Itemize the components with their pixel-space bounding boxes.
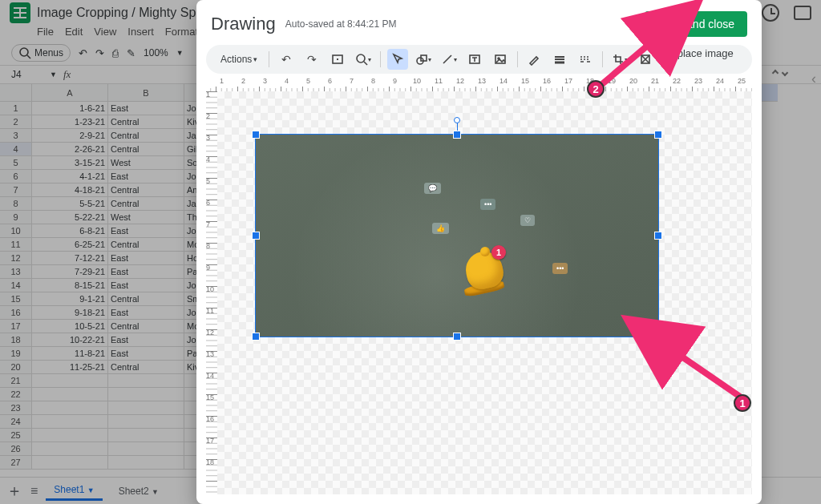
mask-reset-icon[interactable] bbox=[635, 49, 656, 70]
svg-point-2 bbox=[357, 54, 365, 62]
undo-icon[interactable]: ↶ bbox=[276, 49, 297, 70]
selected-image[interactable]: 💬 ••• ♡ ••• 👍 1 bbox=[256, 135, 658, 337]
zoom-to-fit-icon[interactable] bbox=[327, 49, 348, 70]
redo-icon[interactable]: ↷ bbox=[301, 49, 322, 70]
resize-handle[interactable] bbox=[253, 131, 259, 138]
replace-image-button[interactable]: Replace image ▾ bbox=[661, 47, 742, 71]
image-tool-icon[interactable] bbox=[490, 49, 511, 70]
bell-badge: 1 bbox=[491, 245, 506, 260]
select-tool-icon[interactable] bbox=[387, 49, 408, 70]
shape-tool-icon[interactable]: ▾ bbox=[413, 49, 434, 70]
save-and-close-button[interactable]: Save and close bbox=[645, 11, 747, 37]
crop-icon[interactable]: ▾ bbox=[609, 49, 630, 70]
resize-handle[interactable] bbox=[655, 333, 661, 340]
chat-bubble-icon: 💬 bbox=[424, 183, 441, 194]
autosave-status: Auto-saved at 8:44:21 PM bbox=[285, 18, 397, 30]
dots-bubble-icon: ••• bbox=[480, 199, 495, 210]
resize-handle[interactable] bbox=[454, 333, 460, 340]
drawing-canvas[interactable]: 💬 ••• ♡ ••• 👍 1 bbox=[217, 91, 752, 494]
resize-handle[interactable] bbox=[655, 232, 661, 239]
drawing-toolbar: Actions▾ ↶ ↷ ▾ ▾ ▾ ▾ Replace image ▾ bbox=[206, 45, 752, 74]
annotation-marker-1: 1 bbox=[734, 394, 751, 412]
drawing-dialog: Drawing Auto-saved at 8:44:21 PM Save an… bbox=[196, 0, 762, 504]
resize-handle[interactable] bbox=[253, 333, 259, 340]
like-bubble-icon: ♡ bbox=[520, 215, 535, 226]
textbox-tool-icon[interactable] bbox=[464, 49, 485, 70]
resize-handle[interactable] bbox=[655, 131, 661, 138]
ruler-horizontal: 1234567891011121314151617181920212223242… bbox=[206, 77, 752, 91]
resize-handle[interactable] bbox=[253, 232, 259, 239]
side-panel-toggle-icon[interactable]: ‹ bbox=[811, 71, 816, 87]
annotation-marker-2: 2 bbox=[587, 80, 605, 98]
rotate-handle[interactable] bbox=[454, 117, 460, 123]
dots-bubble-icon: ••• bbox=[552, 263, 568, 274]
border-color-icon[interactable] bbox=[524, 49, 545, 70]
bell-icon: 1 bbox=[463, 247, 508, 296]
border-weight-icon[interactable] bbox=[549, 49, 570, 70]
resize-handle[interactable] bbox=[454, 131, 460, 138]
like-bubble-icon: 👍 bbox=[432, 223, 449, 234]
dialog-title: Drawing bbox=[211, 14, 276, 34]
zoom-icon[interactable]: ▾ bbox=[353, 49, 374, 70]
border-dash-icon[interactable] bbox=[575, 49, 596, 70]
actions-menu[interactable]: Actions▾ bbox=[216, 52, 262, 67]
ruler-vertical: 123456789101112131415161718 bbox=[206, 91, 217, 494]
line-tool-icon[interactable]: ▾ bbox=[439, 49, 459, 70]
